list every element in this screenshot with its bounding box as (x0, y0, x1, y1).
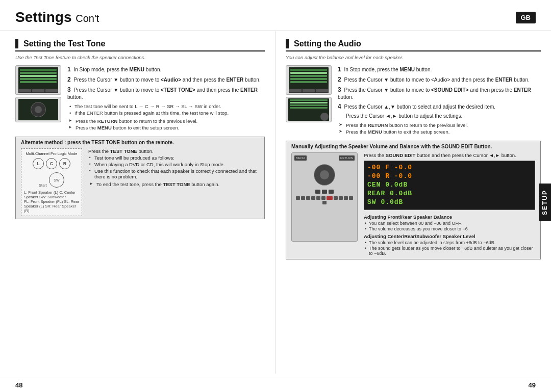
alt-arrow: To end the test tone, press the TEST TON… (88, 181, 259, 187)
eq-row-4: REAR 0.0dB (367, 190, 532, 197)
note-1: The test tone will be sent to L → C → R … (67, 103, 265, 109)
adj-center-b2: The sound gets louder as you move closer… (364, 246, 535, 256)
r-step-2: 2 Press the Cursor ▼ button to move to <… (338, 75, 541, 84)
device-images (15, 65, 61, 132)
r-arrow-1: Press the RETURN button to return to the… (338, 122, 541, 128)
arrow-2: Press the MENU button to exit the setup … (67, 125, 265, 130)
eq-row-5: SW 0.0dB (367, 198, 532, 206)
speaker-C: C (46, 158, 57, 169)
eq-row-1: -00 F -0.0 (367, 164, 532, 171)
left-steps-content: 1 In Stop mode, press the MENU button. 2… (67, 65, 265, 132)
alt-method-title: Alternate method : press the TEST TONE b… (21, 140, 259, 145)
adj-front-b1: You can select between 00 and −06 and OF… (364, 221, 535, 226)
alt-bullet-3: Use this function to check that each spe… (88, 168, 259, 179)
device-image-1 (15, 65, 61, 95)
remote-label: Multi-Channel Pro Logic Mode (26, 151, 78, 156)
left-section-subtitle: Use the Test Tone feature to check the s… (15, 55, 265, 60)
press-instruction: Press the TEST TONE button. (88, 148, 259, 154)
right-steps-area: 1 In Stop mode, press the MENU button. 2… (286, 65, 541, 136)
gb-badge: GB (516, 12, 536, 23)
manually-press-text: Press the SOUND EDIT button and then pre… (364, 152, 535, 158)
right-column: Setting the Audio You can adjust the bal… (276, 31, 551, 374)
remote-box: Multi-Channel Pro Logic Mode L C R Start… (21, 148, 82, 216)
alt-steps-content: Press the TEST TONE button. Test tone wi… (88, 148, 259, 216)
adj-center-b1: The volume level can be adjusted in step… (364, 240, 535, 245)
r-step-1: 1 In Stop mode, press the MENU button. (338, 65, 541, 74)
device-image-2 (15, 97, 61, 122)
left-column: Setting the Test Tone Use the Test Tone … (0, 31, 276, 374)
main-content: Setting the Test Tone Use the Test Tone … (0, 31, 551, 374)
eq-display: -00 F -0.0 -00 R -0.0 CEN 0.0dB REAR 0.0… (364, 161, 535, 210)
adj-front-b2: The volume decreases as you move closer … (364, 226, 535, 231)
start-label: Start (39, 183, 47, 188)
right-device-2 (286, 97, 332, 122)
eq-row-2: -00 R -0.0 (367, 172, 532, 180)
page-number-left: 48 (15, 381, 22, 389)
step-3: 3 Press the Cursor ▼ button to move to <… (67, 86, 265, 101)
page-header: Settings Con't GB (0, 0, 551, 31)
right-device-1 (286, 65, 332, 95)
manually-title: Manually Adjusting the Speaker Volume an… (291, 144, 535, 149)
adj-front-section: Adjusting Front/Rear Speaker Balance You… (364, 214, 535, 231)
r-step-4b: Press the Cursor ◄,► button to adjust th… (338, 113, 541, 120)
adj-center-section: Adjusting Center/Rear/Subwoofer Speaker … (364, 233, 535, 256)
right-arrows: Press the RETURN button to return to the… (338, 122, 541, 135)
right-steps-content: 1 In Stop mode, press the MENU button. 2… (338, 65, 541, 136)
setup-tab: SETUP (539, 184, 551, 221)
manually-box: Manually Adjusting the Speaker Volume an… (286, 141, 541, 259)
remote-diagram: Multi-Channel Pro Logic Mode L C R Start… (21, 148, 82, 216)
manually-content: MENU RETURN (291, 152, 535, 256)
speaker-L: L (33, 158, 44, 169)
speaker-R: R (59, 158, 70, 169)
adj-front-title: Adjusting Front/Rear Speaker Balance (364, 214, 535, 220)
arrows-block: Press the RETURN button to return to the… (67, 118, 265, 130)
left-section-title: Setting the Test Tone (15, 39, 265, 51)
remote-caption: L: Front Speaker (L) C: Center Speaker S… (24, 190, 79, 213)
right-section-subtitle: You can adjust the balance and level for… (286, 55, 541, 60)
panel-device: MENU RETURN (291, 152, 358, 242)
subwoofer-circle: SW (49, 172, 64, 188)
arrow-1: Press the RETURN button to return to the… (67, 118, 265, 124)
page-number-right: 49 (529, 381, 536, 389)
manually-right: Press the SOUND EDIT button and then pre… (364, 152, 535, 256)
adj-center-title: Adjusting Center/Rear/Subwoofer Speaker … (364, 233, 535, 239)
step-2: 2 Press the Cursor ▼ button to move to <… (67, 75, 265, 84)
eq-row-3: CEN 0.0dB (367, 181, 532, 189)
page-footer: 48 49 (0, 378, 551, 392)
page-title: Settings Con't (15, 9, 99, 25)
note-2: If the ENTER button is pressed again at … (67, 110, 265, 116)
notes-block: The test tone will be sent to L → C → R … (67, 103, 265, 116)
alt-method-content: Multi-Channel Pro Logic Mode L C R Start… (21, 148, 259, 216)
step-1: 1 In Stop mode, press the MENU button. (67, 65, 265, 74)
alt-bullet-1: Test tone will be produced as follows: (88, 155, 259, 161)
r-step-4a: 4 Press the Cursor ▲,▼ button to select … (338, 102, 541, 111)
r-arrow-2: Press the MENU button to exit the setup … (338, 129, 541, 135)
sound-edit-panel: MENU RETURN (291, 152, 358, 256)
left-steps-area: 1 In Stop mode, press the MENU button. 2… (15, 65, 265, 132)
speaker-icons: L C R (33, 158, 70, 169)
alt-bullet-2: When playing a DVD or CD, this will work… (88, 162, 259, 167)
right-device-images (286, 65, 332, 136)
r-step-3: 3 Press the Cursor ▼ button to move to <… (338, 86, 541, 101)
alternate-method-box: Alternate method : press the TEST TONE b… (15, 137, 265, 219)
right-section-title: Setting the Audio (286, 39, 541, 51)
